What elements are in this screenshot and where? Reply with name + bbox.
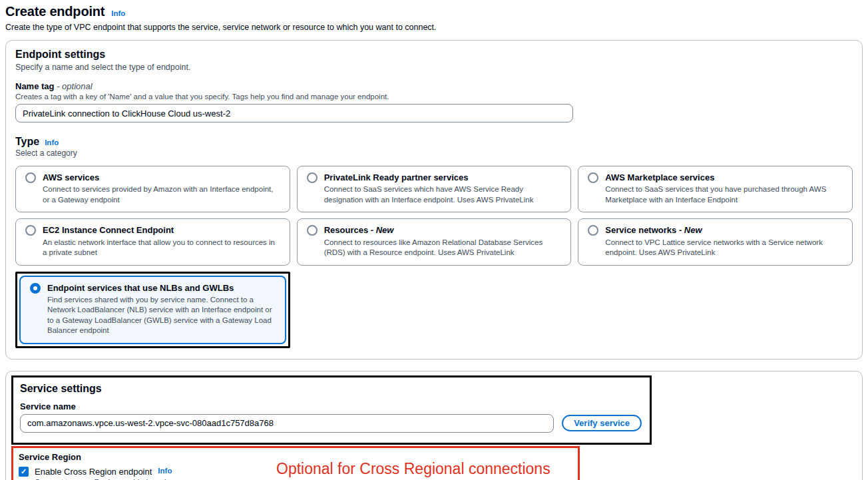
radio-button-icon[interactable] — [25, 225, 36, 236]
option-new-badge: - New — [371, 225, 394, 235]
option-title: PrivateLink Ready partner services — [324, 172, 562, 183]
radio-button-selected-icon[interactable] — [30, 283, 41, 294]
service-settings-annotation-box: Service settings Service name Verify ser… — [11, 375, 652, 445]
type-option-resources[interactable]: Resources - New Connect to resources lik… — [297, 218, 572, 265]
service-name-label: Service name — [20, 401, 642, 411]
option-new-badge: - New — [679, 225, 702, 235]
radio-button-icon[interactable] — [307, 225, 318, 236]
endpoint-settings-description: Specify a name and select the type of en… — [15, 63, 853, 72]
cross-region-checkbox[interactable] — [19, 467, 29, 477]
name-tag-label: Name tag - optional — [15, 81, 853, 91]
radio-button-icon[interactable] — [588, 225, 598, 236]
radio-button-icon[interactable] — [307, 172, 318, 183]
name-tag-label-text: Name tag — [15, 81, 55, 91]
type-option-aws-services[interactable]: AWS services Connect to services provide… — [15, 166, 290, 212]
service-region-annotation-box: Service Region Enable Cross Region endpo… — [11, 446, 580, 480]
option-title: EC2 Instance Connect Endpoint — [43, 225, 280, 236]
cross-region-info-link[interactable]: Info — [158, 467, 172, 475]
page-header: Create endpoint Info — [5, 3, 863, 19]
option-title: AWS services — [43, 172, 280, 183]
type-option-privatelink-partner-services[interactable]: PrivateLink Ready partner services Conne… — [297, 166, 572, 212]
radio-button-icon[interactable] — [588, 172, 598, 183]
name-tag-optional-text: - optional — [57, 81, 92, 91]
type-options-grid: AWS services Connect to services provide… — [15, 166, 853, 348]
option-title: AWS Marketplace services — [605, 172, 843, 183]
option-title: Endpoint services that use NLBs and GWLB… — [47, 283, 276, 294]
selected-type-annotation-box: Endpoint services that use NLBs and GWLB… — [15, 272, 290, 348]
option-title: Resources - New — [324, 225, 562, 236]
radio-button-icon[interactable] — [25, 172, 36, 183]
cross-region-checkbox-label: Enable Cross Region endpoint — [35, 467, 152, 477]
type-section-header: Type Info — [15, 136, 853, 148]
service-settings-heading: Service settings — [20, 383, 642, 395]
option-title-text: Service networks — [605, 225, 676, 235]
service-settings-panel: Service settings Service name Verify ser… — [5, 371, 863, 480]
service-name-input[interactable] — [20, 414, 554, 433]
name-tag-hint: Creates a tag with a key of 'Name' and a… — [15, 93, 853, 101]
endpoint-settings-panel: Endpoint settings Specify a name and sel… — [5, 40, 863, 360]
type-info-link[interactable]: Info — [45, 138, 59, 146]
option-description: Connect to VPC Lattice service networks … — [605, 238, 843, 258]
option-description: Connect to resources like Amazon Relatio… — [324, 238, 562, 258]
type-description: Select a category — [15, 148, 853, 158]
type-option-endpoint-services-nlb-gwlb[interactable]: Endpoint services that use NLBs and GWLB… — [19, 276, 286, 344]
endpoint-settings-heading: Endpoint settings — [15, 49, 853, 61]
option-description: Connect to SaaS services that you have p… — [605, 184, 843, 205]
option-title: Service networks - New — [605, 225, 843, 236]
page-subtitle: Create the type of VPC endpoint that sup… — [5, 23, 863, 32]
type-option-aws-marketplace-services[interactable]: AWS Marketplace services Connect to SaaS… — [578, 166, 853, 212]
create-endpoint-page: Create endpoint Info Create the type of … — [0, 0, 868, 480]
cross-region-annotation-text: Optional for Cross Regional connections — [276, 460, 550, 478]
option-title-text: Resources — [324, 225, 368, 235]
name-tag-input[interactable] — [15, 104, 573, 122]
type-option-service-networks[interactable]: Service networks - New Connect to VPC La… — [578, 218, 853, 265]
type-option-ec2-instance-connect[interactable]: EC2 Instance Connect Endpoint An elastic… — [15, 218, 290, 265]
option-description: An elastic network interface that allow … — [43, 238, 280, 258]
option-description: Connect to services provided by Amazon w… — [43, 184, 280, 205]
option-description: Find services shared with you by service… — [47, 295, 276, 336]
option-description: Connect to SaaS services which have AWS … — [324, 184, 562, 205]
page-info-link[interactable]: Info — [111, 9, 125, 17]
verify-service-button[interactable]: Verify service — [562, 415, 642, 431]
page-title: Create endpoint — [5, 4, 105, 19]
type-heading: Type — [15, 136, 39, 148]
